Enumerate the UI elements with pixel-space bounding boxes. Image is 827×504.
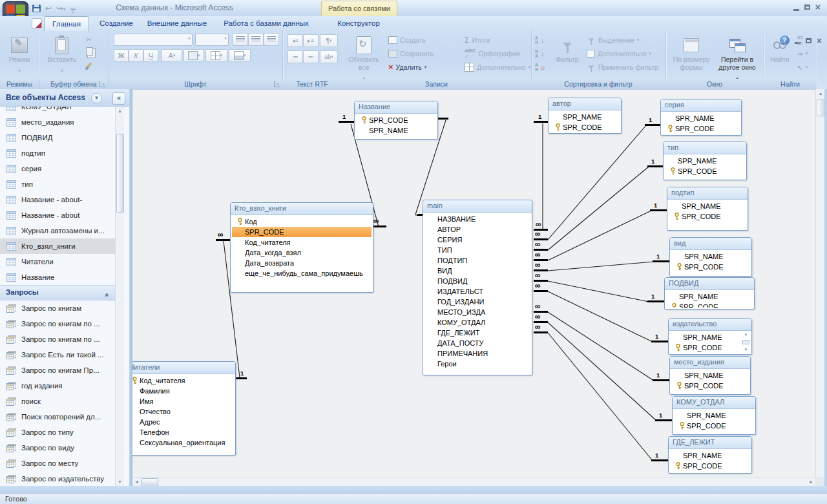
entity-field[interactable]: SPR_NAME <box>666 291 753 302</box>
copy-button[interactable] <box>86 47 96 59</box>
text-highlight-button[interactable]: ab▾ <box>320 50 338 63</box>
nav-table-item[interactable]: Название <box>0 269 115 285</box>
clear-sorts-button[interactable]: АЯ⌀ <box>535 61 545 73</box>
save-icon[interactable] <box>32 5 41 12</box>
entity-field[interactable]: еще_че_нибудь_сама_придумаешь <box>232 268 372 278</box>
entity-вид[interactable]: видSPR_NAMESPR_CODE <box>669 237 752 277</box>
size-to-fit-button[interactable]: По размеру формы <box>671 32 712 78</box>
entity-field[interactable]: SPR_CODE <box>671 381 749 391</box>
canvas-vertical-scrollbar[interactable]: ▲ ▼ <box>815 89 825 486</box>
entity-title[interactable]: место_издания <box>670 357 750 369</box>
entity-ПОДВИД[interactable]: ПОДВИДSPR_NAMESPR_CODE <box>664 277 755 310</box>
entity-field[interactable]: SPR_CODE <box>670 342 750 353</box>
entity-field[interactable]: ИЗДАТЕЛЬСТ <box>424 286 530 297</box>
tab-create[interactable]: Создание <box>93 16 140 30</box>
entity-тип[interactable]: типSPR_NAMESPR_CODE <box>663 142 747 180</box>
entity-field[interactable]: Код_читателя <box>232 237 372 247</box>
entity-ГДЕ_ЛЕЖИТ[interactable]: ГДЕ_ЛЕЖИТSPR_NAMESPR_CODE <box>668 436 752 474</box>
nav-query-item[interactable]: год издания <box>0 378 115 394</box>
nav-query-item[interactable]: Запрос Есть ли такой ... <box>0 347 115 362</box>
nav-scroll-thumb[interactable] <box>116 134 124 213</box>
entity-title[interactable]: main <box>423 200 532 213</box>
entity-место_издания[interactable]: место_изданияSPR_NAMESPR_CODE <box>669 356 751 395</box>
tab-design[interactable]: Конструктор <box>323 16 394 30</box>
decrease-indent-button[interactable]: ◂≡ <box>288 34 303 47</box>
entity-field[interactable]: SPR_NAME <box>671 370 749 381</box>
direction-button[interactable]: ¶▾ <box>320 34 338 47</box>
nav-query-item[interactable]: Запрос по книгам по ... <box>0 331 115 347</box>
entity-title[interactable]: подтип <box>667 187 748 200</box>
scroll-up-icon[interactable]: ▲ <box>116 107 124 115</box>
entity-field[interactable]: SPR_NAME <box>670 450 750 461</box>
nav-query-item[interactable]: Запрос по типу <box>0 425 115 440</box>
collapse-section-icon[interactable]: « <box>99 293 113 297</box>
entity-field[interactable]: SPR_NAME <box>671 251 750 262</box>
entity-title[interactable]: серия <box>661 100 741 112</box>
scroll-down-icon[interactable]: ▼ <box>116 478 124 486</box>
more-records-button[interactable]: Дополнительно▾ <box>465 61 530 73</box>
nav-query-item[interactable]: Запрос по издательству <box>0 471 115 486</box>
entity-field[interactable]: ГДЕ_ЛЕЖИТ <box>424 328 530 338</box>
entity-field[interactable]: Код <box>232 216 372 227</box>
entity-field[interactable]: АВТОР <box>424 224 530 235</box>
new-record-button[interactable]: Создать <box>388 34 426 46</box>
entity-field[interactable]: СЕРИЯ <box>424 235 530 245</box>
refresh-all-button[interactable]: Обновить все▾ <box>345 32 382 78</box>
entity-field[interactable]: ПОДТИП <box>424 255 530 266</box>
font-name-combo[interactable] <box>114 34 193 46</box>
entity-field[interactable]: SPR_NAME <box>674 410 754 421</box>
entity-field[interactable]: SPR_CODE <box>666 302 753 308</box>
sort-ascending-button[interactable]: АЯ↓ <box>535 34 544 46</box>
entity-scrollbar[interactable]: ▲▼ <box>742 332 749 352</box>
entity-field[interactable]: Дата_когда_взял <box>232 247 372 258</box>
cut-button[interactable]: ✂ <box>86 33 92 45</box>
increase-indent-button[interactable]: ▸≡ <box>303 34 319 47</box>
nav-query-item[interactable]: Запрос по книгам по ... <box>0 316 115 331</box>
entity-Кто_взял_книги[interactable]: Кто_взял_книгиКодSPR_CODEКод_читателяДат… <box>230 202 373 293</box>
entity-field[interactable]: ДАТА_ПОСТУ <box>424 338 530 348</box>
nav-scrollbar[interactable]: ▲ ▼ <box>115 107 124 486</box>
entity-field[interactable]: SPR_CODE <box>550 122 620 132</box>
bullets-button[interactable]: ≕ <box>303 50 319 63</box>
entity-автор[interactable]: авторSPR_NAMESPR_CODE <box>548 98 622 134</box>
nav-table-item[interactable]: серия <box>0 161 115 176</box>
entity-field[interactable]: НАЗВАНИЕ <box>424 214 530 224</box>
tab-home[interactable]: Главная <box>44 16 89 31</box>
nav-table-item[interactable]: ПОДВИД <box>0 130 115 145</box>
entity-title[interactable]: ПОДВИД <box>665 278 754 290</box>
nav-menu-arrow-icon[interactable]: ▼ <box>91 93 102 104</box>
gridlines-button[interactable]: ▾ <box>205 49 227 62</box>
entity-title[interactable]: Читатели <box>132 362 235 374</box>
entity-field[interactable]: SPR_CODE <box>356 115 436 125</box>
entity-field[interactable]: Телефон <box>132 427 234 437</box>
restore-button[interactable] <box>804 5 810 10</box>
entity-field[interactable]: Код_читателя <box>132 375 234 386</box>
scroll-left-icon[interactable]: ◄ <box>132 478 141 486</box>
entity-field[interactable]: SPR_NAME <box>670 332 750 342</box>
entity-field[interactable]: SPR_NAME <box>665 156 745 166</box>
entity-field[interactable]: ПРИМЕЧАНИЯ <box>424 348 530 359</box>
italic-button[interactable]: К <box>129 49 143 62</box>
canvas-horizontal-scrollbar[interactable]: ◄ ► <box>132 477 815 487</box>
redo-icon[interactable]: ↪▾ <box>56 4 66 13</box>
align-left-button[interactable] <box>233 33 248 46</box>
entity-field[interactable]: Фамилия <box>132 386 234 396</box>
entity-field[interactable]: ВИД <box>424 266 530 276</box>
entity-field[interactable]: SPR_NAME <box>662 113 740 123</box>
entity-title[interactable]: Название <box>355 101 437 114</box>
entity-field[interactable]: ГОД_ИЗДАНИ <box>424 297 530 307</box>
entity-field[interactable]: SPR_CODE <box>670 461 750 471</box>
entity-title[interactable]: автор <box>549 98 621 110</box>
entity-field[interactable]: SPR_CODE <box>665 166 745 176</box>
fill-color-button[interactable]: ▾ <box>183 49 204 62</box>
entity-title[interactable]: тип <box>664 142 746 154</box>
scroll-right-icon[interactable]: ► <box>807 478 815 486</box>
entity-field[interactable]: Имя <box>132 396 234 406</box>
canvas-scroll-up-icon[interactable]: ▲ <box>816 89 825 98</box>
format-painter-button[interactable] <box>87 60 90 72</box>
switch-window-button[interactable]: Перейти в другое окно▾ <box>715 32 760 78</box>
font-color-button[interactable]: А ▾ <box>162 49 182 62</box>
entity-field[interactable]: Отчество <box>132 406 234 417</box>
filter-button[interactable]: Фильтр <box>552 32 583 78</box>
underline-button[interactable]: Ч <box>143 49 158 62</box>
